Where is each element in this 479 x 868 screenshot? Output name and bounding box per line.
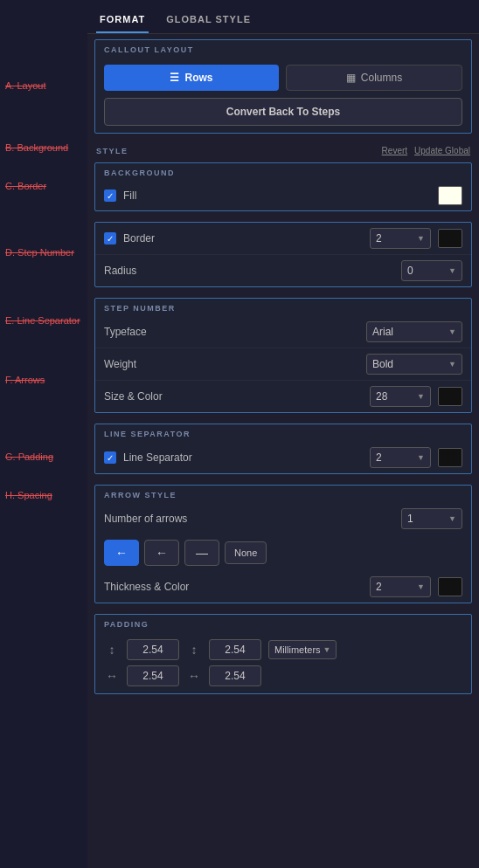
thickness-color-label: Thickness & Color xyxy=(104,581,363,593)
weight-row: Weight Bold ▼ xyxy=(95,348,471,380)
convert-back-button[interactable]: Convert Back To Steps xyxy=(104,98,462,126)
fill-color-box[interactable] xyxy=(438,186,462,205)
typeface-row: Typeface Arial ▼ xyxy=(95,316,471,348)
layout-buttons-row: ☰ Rows ▦ Columns xyxy=(95,58,471,94)
step-number-section: STEP NUMBER Typeface Arial ▼ Weight Bold… xyxy=(94,298,472,413)
style-header: STYLE Revert Update Global xyxy=(87,139,479,157)
style-title: STYLE xyxy=(96,147,128,155)
number-of-arrows-label: Number of arrows xyxy=(104,513,394,525)
label-e: E. Line Separator xyxy=(0,261,87,329)
update-global-link[interactable]: Update Global xyxy=(414,146,470,155)
size-dropdown[interactable]: 28 ▼ xyxy=(370,386,431,407)
label-h: H. Spacing xyxy=(0,465,87,504)
label-f: F. Arrows xyxy=(0,329,87,389)
rows-label: Rows xyxy=(184,72,212,84)
number-of-arrows-row: Number of arrows 1 ▼ xyxy=(95,503,471,534)
line-separator-label: Line Separator xyxy=(123,451,363,464)
arrow-style-section: ARROW STYLE Number of arrows 1 ▼ ← ← — N… xyxy=(94,485,472,603)
spacing-left-input[interactable] xyxy=(127,665,179,686)
background-section: BACKGROUND ✓ Fill xyxy=(94,162,472,211)
fill-row: ✓ Fill xyxy=(95,181,471,210)
radius-label: Radius xyxy=(104,265,394,277)
arrow-none-button[interactable]: None xyxy=(225,541,267,564)
padding-top-input[interactable] xyxy=(127,639,179,660)
revert-link[interactable]: Revert xyxy=(382,146,407,155)
line-separator-color-box[interactable] xyxy=(438,448,462,467)
line-separator-title: LINE SEPARATOR xyxy=(95,424,471,442)
border-section: ✓ Border 2 ▼ Radius 0 ▼ xyxy=(94,222,472,287)
arrow-left-filled-button[interactable]: ← xyxy=(104,540,139,566)
label-g: G. Padding xyxy=(0,389,87,465)
fill-label: Fill xyxy=(123,189,431,202)
spacing-left-icon: ↔ xyxy=(104,669,120,683)
border-row: ✓ Border 2 ▼ xyxy=(95,223,471,254)
columns-label: Columns xyxy=(361,72,402,84)
arrow-color-box[interactable] xyxy=(438,577,462,596)
padding-top-row: ↕ ↕ Millimeters ▼ xyxy=(104,639,462,660)
size-color-label: Size & Color xyxy=(104,390,363,403)
padding-title: PADDING xyxy=(95,615,471,632)
radius-row: Radius 0 ▼ xyxy=(95,254,471,286)
step-color-box[interactable] xyxy=(438,387,462,406)
fill-checkbox[interactable]: ✓ xyxy=(104,189,116,202)
arrow-buttons-row: ← ← — None xyxy=(95,534,471,571)
padding-unit-label: Millimeters xyxy=(274,644,321,655)
typeface-label: Typeface xyxy=(104,326,359,338)
columns-button[interactable]: ▦ Columns xyxy=(286,65,462,91)
arrow-style-title: ARROW STYLE xyxy=(95,486,471,503)
tab-format[interactable]: FORMAT xyxy=(96,9,149,33)
border-value-dropdown[interactable]: 2 ▼ xyxy=(370,228,431,249)
weight-label: Weight xyxy=(104,358,359,370)
tab-global-style[interactable]: GLOBAL STYLE xyxy=(163,9,254,33)
rows-button[interactable]: ☰ Rows xyxy=(104,65,279,91)
size-color-row: Size & Color 28 ▼ xyxy=(95,380,471,412)
border-checkbox[interactable]: ✓ xyxy=(104,232,116,245)
radius-value-dropdown[interactable]: 0 ▼ xyxy=(401,260,462,281)
label-b: B. Background xyxy=(0,94,87,156)
background-title: BACKGROUND xyxy=(95,163,471,181)
thickness-dropdown[interactable]: 2 ▼ xyxy=(370,576,431,597)
rows-icon: ☰ xyxy=(170,72,179,84)
padding-grid: ↕ ↕ Millimeters ▼ ↔ ↔ xyxy=(95,632,471,693)
padding-section: PADDING ↕ ↕ Millimeters ▼ ↔ ↔ xyxy=(94,614,472,694)
spacing-row: ↔ ↔ xyxy=(104,665,462,686)
border-color-box[interactable] xyxy=(438,229,462,248)
padding-right-input[interactable] xyxy=(209,639,261,660)
arrow-line-button[interactable]: — xyxy=(184,540,219,566)
label-d: D. Step Number xyxy=(0,195,87,261)
spacing-right-icon: ↔ xyxy=(186,669,202,683)
arrow-left-outline-button[interactable]: ← xyxy=(144,540,179,566)
label-c: C. Border xyxy=(0,156,87,195)
number-of-arrows-dropdown[interactable]: 1 ▼ xyxy=(401,508,462,529)
border-label: Border xyxy=(123,232,363,245)
typeface-dropdown[interactable]: Arial ▼ xyxy=(366,321,462,342)
callout-layout-title: CALLOUT LAYOUT xyxy=(95,40,471,58)
spacing-right-input[interactable] xyxy=(209,665,261,686)
line-separator-row: ✓ Line Separator 2 ▼ xyxy=(95,442,471,473)
line-separator-section: LINE SEPARATOR ✓ Line Separator 2 ▼ xyxy=(94,424,472,474)
padding-right-icon: ↕ xyxy=(186,643,202,657)
step-number-title: STEP NUMBER xyxy=(95,299,471,316)
padding-top-icon: ↕ xyxy=(104,643,120,657)
tab-bar: FORMAT GLOBAL STYLE xyxy=(87,0,479,34)
weight-dropdown[interactable]: Bold ▼ xyxy=(366,354,462,375)
label-a: A. Layout xyxy=(0,61,87,94)
columns-icon: ▦ xyxy=(346,72,356,84)
callout-layout-section: CALLOUT LAYOUT ☰ Rows ▦ Columns Convert … xyxy=(94,39,472,134)
line-separator-checkbox[interactable]: ✓ xyxy=(104,451,116,464)
padding-unit-dropdown[interactable]: Millimeters ▼ xyxy=(268,640,337,659)
style-actions: Revert Update Global xyxy=(382,146,470,155)
thickness-color-row: Thickness & Color 2 ▼ xyxy=(95,571,471,603)
line-separator-dropdown[interactable]: 2 ▼ xyxy=(370,447,431,468)
